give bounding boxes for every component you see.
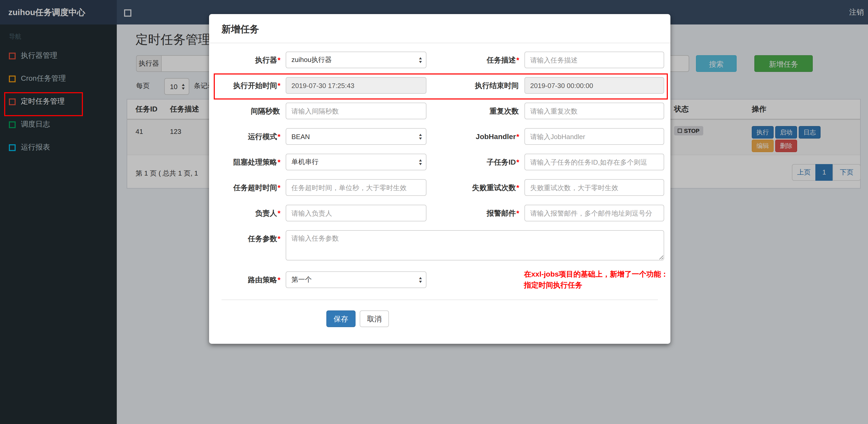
modal-footer: 保存 取消 <box>209 300 671 327</box>
modal-header: 新增任务 <box>209 14 671 43</box>
executor-select[interactable]: zuihou执行器 ▲▼ <box>286 52 427 68</box>
end-time-input[interactable] <box>524 77 664 94</box>
executor-select-value: zuihou执行器 <box>291 55 332 65</box>
run-mode-select[interactable]: BEAN ▲▼ <box>286 128 427 145</box>
block-strategy-label: 阻塞处理策略* <box>209 154 286 170</box>
select-arrows-icon: ▲▼ <box>418 276 422 283</box>
select-arrows-icon: ▲▼ <box>418 56 422 64</box>
owner-label: 负责人* <box>209 205 286 221</box>
timeout-label: 任务超时时间* <box>209 179 286 196</box>
jobhandler-input[interactable] <box>524 128 664 145</box>
alarm-email-label: 报警邮件* <box>427 205 524 221</box>
end-time-label: 执行结束时间 <box>427 77 524 94</box>
run-mode-label: 运行模式* <box>209 128 286 145</box>
executor-label: 执行器* <box>209 52 286 68</box>
app-root: zuihou任务调度中心 注销 导航 执行器管理 Cron任务管理 定时任务管理… <box>0 0 868 424</box>
modal-title: 新增任务 <box>222 24 259 34</box>
route-strategy-select[interactable]: 第一个 ▲▼ <box>286 271 427 288</box>
task-params-textarea[interactable] <box>286 230 664 260</box>
timeout-input[interactable] <box>286 179 427 196</box>
interval-input[interactable] <box>286 103 427 119</box>
run-mode-select-value: BEAN <box>291 133 310 140</box>
repeat-count-label: 重复次数 <box>427 103 524 119</box>
child-task-label: 子任务ID* <box>427 154 524 170</box>
route-strategy-select-value: 第一个 <box>291 275 312 284</box>
route-strategy-label: 路由策略* <box>209 271 286 288</box>
task-desc-label: 任务描述* <box>427 52 524 68</box>
child-task-input[interactable] <box>524 154 664 170</box>
repeat-count-input[interactable] <box>524 103 664 119</box>
start-time-input[interactable] <box>286 77 427 94</box>
select-arrows-icon: ▲▼ <box>418 133 422 140</box>
owner-input[interactable] <box>286 205 427 221</box>
jobhandler-label: JobHandler* <box>427 128 524 145</box>
add-task-modal: 新增任务 执行器* zuihou执行器 ▲▼ 任务描述* 执行开始时间* 执行结… <box>209 14 671 344</box>
modal-body: 执行器* zuihou执行器 ▲▼ 任务描述* 执行开始时间* 执行结束时间 间… <box>209 43 671 288</box>
cancel-button[interactable]: 取消 <box>360 311 389 327</box>
interval-label: 间隔秒数 <box>209 103 286 119</box>
alarm-email-input[interactable] <box>524 205 664 221</box>
block-strategy-select-value: 单机串行 <box>291 157 318 167</box>
save-button[interactable]: 保存 <box>327 311 355 327</box>
feature-note: 在xxl-jobs项目的基础上，新增了一个功能： 指定时间执行任务 <box>524 269 670 291</box>
select-arrows-icon: ▲▼ <box>418 158 422 166</box>
task-params-label: 任务参数* <box>209 230 286 247</box>
retry-count-label: 失败重试次数* <box>427 179 524 196</box>
retry-count-input[interactable] <box>524 179 664 196</box>
block-strategy-select[interactable]: 单机串行 ▲▼ <box>286 154 427 170</box>
start-time-label: 执行开始时间* <box>209 77 286 94</box>
task-desc-input[interactable] <box>524 52 664 68</box>
